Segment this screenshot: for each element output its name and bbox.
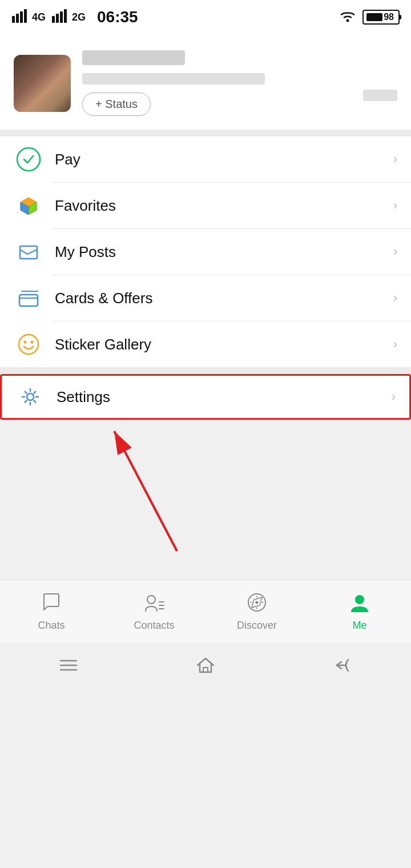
my-posts-label: My Posts (55, 243, 393, 261)
cards-icon (14, 283, 43, 313)
my-posts-icon (14, 237, 43, 267)
svg-point-22 (27, 393, 34, 400)
tab-bar: Chats Contacts Discover (0, 580, 411, 642)
contacts-label: Contacts (134, 620, 174, 632)
battery-indicator: 98 (362, 10, 400, 25)
svg-rect-3 (24, 9, 27, 23)
svg-rect-0 (12, 16, 15, 23)
svg-point-21 (31, 341, 34, 344)
pay-icon (14, 144, 43, 174)
section-divider-2 (0, 367, 411, 374)
svg-rect-18 (19, 295, 38, 306)
time-label: 06:35 (97, 8, 138, 26)
menu-item-sticker-gallery[interactable]: Sticker Gallery › (0, 322, 411, 367)
svg-rect-7 (64, 9, 67, 23)
nav-back-button[interactable] (332, 655, 353, 676)
profile-name (82, 50, 185, 65)
svg-point-25 (147, 596, 155, 604)
my-posts-chevron: › (393, 244, 397, 259)
pay-label: Pay (55, 151, 393, 168)
menu-item-favorites[interactable]: Favorites › (0, 183, 411, 228)
cards-chevron: › (393, 291, 397, 306)
nav-bar (0, 642, 411, 688)
tab-discover[interactable]: Discover (206, 580, 308, 642)
settings-section: Settings › (0, 374, 411, 420)
menu-item-pay[interactable]: Pay › (0, 136, 411, 182)
menu-section: Pay › Favorites › (0, 136, 411, 367)
status-bar: 4G 2G 06:35 98 (0, 0, 411, 34)
sticker-gallery-label: Sticker Gallery (55, 336, 393, 353)
svg-rect-2 (20, 11, 23, 23)
profile-info: + Status (82, 50, 397, 116)
cards-offers-label: Cards & Offers (55, 290, 393, 307)
status-button[interactable]: + Status (82, 93, 151, 116)
svg-line-24 (114, 431, 177, 551)
svg-rect-17 (20, 246, 37, 259)
avatar (14, 55, 71, 112)
svg-point-9 (17, 148, 40, 171)
svg-rect-1 (16, 14, 19, 23)
menu-item-my-posts[interactable]: My Posts › (0, 229, 411, 275)
contacts-icon (143, 592, 165, 616)
discover-icon (246, 592, 268, 616)
svg-point-19 (19, 335, 38, 354)
section-divider (0, 130, 411, 136)
profile-id (363, 90, 397, 101)
favorites-chevron: › (393, 198, 397, 213)
battery-percent: 98 (384, 12, 394, 22)
nav-home-button[interactable] (195, 655, 216, 676)
annotation-area (0, 420, 411, 580)
tab-me[interactable]: Me (308, 580, 411, 642)
menu-item-cards-offers[interactable]: Cards & Offers › (0, 275, 411, 321)
tab-contacts[interactable]: Contacts (103, 580, 206, 642)
tab-chats[interactable]: Chats (0, 580, 103, 642)
status-left: 4G 2G 06:35 (11, 8, 138, 27)
svg-point-30 (256, 601, 259, 604)
settings-icon (15, 382, 45, 412)
svg-rect-6 (60, 11, 63, 23)
svg-rect-5 (56, 14, 59, 23)
signal-4g-icon (11, 8, 27, 27)
signal-2g-label: 2G (72, 11, 86, 23)
nav-menu-button[interactable] (58, 657, 79, 673)
profile-status (82, 73, 265, 85)
favorites-label: Favorites (55, 197, 393, 215)
favorites-icon (14, 191, 43, 220)
status-right: 98 (339, 8, 400, 27)
svg-point-20 (24, 341, 27, 344)
pay-chevron: › (393, 152, 397, 167)
menu-item-settings[interactable]: Settings › (0, 374, 411, 420)
signal-2g-icon (51, 8, 67, 27)
me-label: Me (352, 620, 366, 632)
sticker-icon (14, 329, 43, 359)
settings-chevron: › (392, 389, 396, 404)
svg-point-8 (346, 19, 349, 22)
svg-rect-4 (52, 16, 55, 23)
annotation-arrow (0, 420, 411, 580)
signal-type-label: 4G (32, 11, 46, 23)
wifi-icon (339, 8, 357, 27)
settings-label: Settings (57, 388, 392, 406)
chats-label: Chats (38, 620, 65, 632)
sticker-chevron: › (393, 337, 397, 352)
profile-section: + Status (0, 34, 411, 130)
chats-icon (41, 592, 62, 616)
discover-label: Discover (237, 620, 277, 632)
me-icon (349, 592, 370, 616)
svg-point-31 (355, 595, 364, 604)
